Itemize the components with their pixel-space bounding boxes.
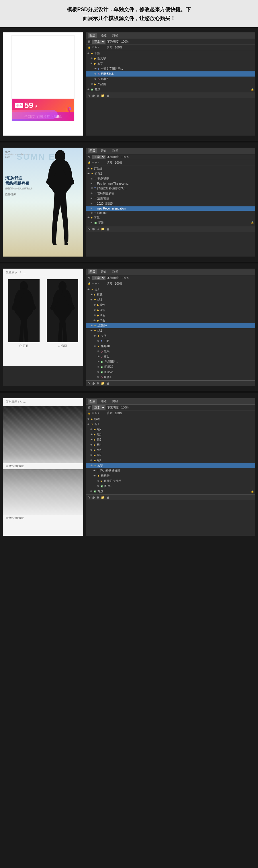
layer-item[interactable]: 👁 ◇ 形状3	[86, 76, 255, 82]
panel-icon-fx[interactable]: fx	[88, 227, 90, 231]
s4-tab-layers[interactable]: 图层	[88, 399, 97, 404]
layer-item[interactable]: 👁 ▣ 图层36	[86, 370, 255, 375]
s3-tab-paths[interactable]: 路径	[111, 269, 120, 274]
layer-item[interactable]: 👁 T Fashion newThe recom...	[86, 182, 255, 186]
layer-item[interactable]: 👁 ▣ 产品图片...	[86, 359, 255, 364]
s2-blend-select[interactable]: 正常	[92, 155, 105, 159]
layer-item[interactable]: 👁 T 正面	[86, 339, 255, 344]
layer-item[interactable]: 👁 T 弹力松紧裤裤腰	[86, 468, 255, 473]
layer-item[interactable]: 👁 T 雪纺阔腿裤裙	[86, 191, 255, 196]
panel-icon-adj[interactable]: ⊕	[97, 381, 99, 385]
layer-name: 背景	[98, 221, 250, 225]
panel-icon-mask[interactable]: ◑	[92, 381, 95, 385]
layer-item[interactable]: 👁 ▶ 标题	[86, 292, 255, 297]
layer-item[interactable]: 👁 ▼ 组3	[86, 297, 255, 303]
panel-icon-trash[interactable]: 🗑	[107, 94, 110, 97]
eye-icon: 👁	[97, 340, 99, 343]
layer-item[interactable]: 👁 ▶ 直接图片行行	[86, 478, 255, 484]
panel-icon-trash[interactable]: 🗑	[107, 496, 110, 499]
s3-tab-channels[interactable]: 通道	[99, 269, 108, 274]
panel-icon-folder[interactable]: 📁	[101, 496, 105, 499]
layer-item[interactable]: 👁 ▶ 背景	[86, 215, 255, 220]
layer-item[interactable]: 👁 T 2020 搭搭爱	[86, 201, 255, 207]
layer-item[interactable]: 👁 ▶ 组5	[86, 437, 255, 442]
s2-tab-channels[interactable]: 通道	[99, 148, 108, 153]
panel-icon-fx[interactable]: fx	[88, 496, 90, 499]
layer-item-text-group[interactable]: 👁 ▼ 文字	[86, 463, 255, 468]
layer-item[interactable]: 👁 ▣ 图层32	[86, 364, 255, 370]
s2-tab-layers[interactable]: 图层	[88, 148, 97, 153]
panel-icon-folder[interactable]: 📁	[101, 94, 105, 97]
layer-item[interactable]: 👁 ▶ 文字	[86, 61, 255, 66]
s4-tab-paths[interactable]: 路径	[111, 399, 120, 404]
layer-item[interactable]: 👁 ▶ 标题	[86, 416, 255, 422]
panel-icon-adj[interactable]: ⊕	[97, 496, 99, 499]
panel-icon-fx[interactable]: fx	[88, 382, 90, 385]
layer-item[interactable]: 👁 ◇ 矩形1...	[86, 375, 255, 380]
layer-item[interactable]: 👁 T 清凉/舒适	[86, 196, 255, 201]
layer-item-group2-copy[interactable]: 👁 ▼ 组2副本	[86, 323, 255, 328]
layer-item[interactable]: 👁 ▶ 5色	[86, 303, 255, 308]
layer-item[interactable]: 👁 ▶ 下面	[86, 51, 255, 56]
layer-item[interactable]: 👁 ▼ 组2	[86, 328, 255, 333]
s1-tab-paths[interactable]: 路径	[111, 33, 120, 38]
s1-fill-value: 100%	[115, 46, 122, 49]
layer-item[interactable]: 👁 ▶ 4色	[86, 308, 255, 313]
panel-icon-trash[interactable]: 🗑	[107, 227, 110, 231]
layer-item[interactable]: 👁 ▣ 背景 🔒	[86, 87, 255, 92]
panel-icon-mask[interactable]: ◑	[92, 496, 95, 499]
layer-item[interactable]: 👁 T 全部文字图片均...	[86, 66, 255, 71]
layer-name: 4色	[100, 308, 254, 312]
s2-tab-paths[interactable]: 路径	[111, 148, 120, 153]
layer-item[interactable]: 👁 ▣ 背景 🔒	[86, 489, 255, 494]
layer-item[interactable]: 👁 ▣ 背景 🔒	[86, 220, 255, 225]
layer-item-new-recommendation[interactable]: 👁 T new Recommendation	[86, 207, 255, 211]
layer-item[interactable]: 👁 ▶ 组1	[86, 458, 255, 463]
s1-tab-layers[interactable]: 图层	[88, 33, 97, 38]
panel-icon-adj[interactable]: ⊕	[97, 227, 99, 231]
layer-item[interactable]: 👁 ▶ 组2	[86, 453, 255, 458]
panel-icon-mask[interactable]: ◑	[92, 227, 95, 231]
lock-icon: 🔒	[251, 490, 254, 493]
layer-item[interactable]: 👁 ▼ 矩形2	[86, 171, 255, 176]
panel-icon-folder[interactable]: 📁	[101, 227, 105, 231]
layer-item[interactable]: 👁 ▶ 组6	[86, 432, 255, 437]
eye-icon: 👁	[94, 67, 97, 70]
section-2: NEW Fashion newThe recom... 2020 SUMN ER…	[0, 143, 258, 262]
layer-item[interactable]: 👁 ▶ 产品图	[86, 82, 255, 87]
layer-item[interactable]: 👁 ◇ 形状3副本	[86, 71, 255, 76]
s2-sub: 舒适柔滑/清凉透气/贴薄不贴身	[5, 187, 34, 190]
layer-item[interactable]: 👁 ▼ 组裤行	[86, 473, 255, 478]
panel-icon-fx[interactable]: fx	[88, 94, 90, 97]
s4-blend-select[interactable]: 正常	[92, 405, 105, 410]
layer-item[interactable]: 👁 ▶ 图文字	[86, 56, 255, 61]
layer-item[interactable]: 👁 ▣ 图片...	[86, 484, 255, 489]
layer-item[interactable]: 👁 T 显瘦/通勤	[86, 176, 255, 182]
layer-item[interactable]: 👁 T 好适宜舒着/清凉适气/...	[86, 186, 255, 191]
layer-item[interactable]: 👁 ▶ 组3	[86, 447, 255, 453]
layer-item[interactable]: 👁 ▼ 矩形10	[86, 344, 255, 349]
s4-tab-channels[interactable]: 通道	[99, 399, 108, 404]
panel-icon-trash[interactable]: 🗑	[107, 382, 110, 385]
folder-icon: ▶	[94, 459, 96, 462]
layer-item[interactable]: 👁 T summer	[86, 211, 255, 215]
layer-item[interactable]: 👁 ▼ 文字	[86, 333, 255, 339]
s1-tab-channels[interactable]: 通道	[99, 33, 108, 38]
layer-item[interactable]: 👁 ▼ 组1	[86, 422, 255, 427]
layer-item[interactable]: 👁 ▶ 2色	[86, 318, 255, 323]
panel-icon-folder[interactable]: 📁	[101, 381, 105, 385]
eye-icon: 👁	[90, 324, 93, 327]
layer-item[interactable]: 👁 ▶ 3色	[86, 313, 255, 318]
panel-icon-mask[interactable]: ◑	[92, 94, 95, 97]
layer-item[interactable]: 👁 ▼ 组1	[86, 287, 255, 292]
s1-blend-select[interactable]: 正常	[92, 39, 105, 44]
layer-item[interactable]: 👁 ▶ 组4	[86, 442, 255, 447]
layer-item[interactable]: 👁 ◇ 效果	[86, 349, 255, 354]
s3-blend-select[interactable]: 正常	[92, 276, 105, 280]
s3-tab-layers[interactable]: 图层	[88, 269, 97, 274]
layer-item[interactable]: 👁 ◇ 描边	[86, 354, 255, 359]
layer-item[interactable]: 👁 ▶ 组7	[86, 427, 255, 432]
panel-icon-adj[interactable]: ⊕	[97, 94, 99, 97]
layer-item[interactable]: 👁 ▶ 产品图	[86, 166, 255, 171]
eye-icon: 👁	[91, 203, 93, 205]
